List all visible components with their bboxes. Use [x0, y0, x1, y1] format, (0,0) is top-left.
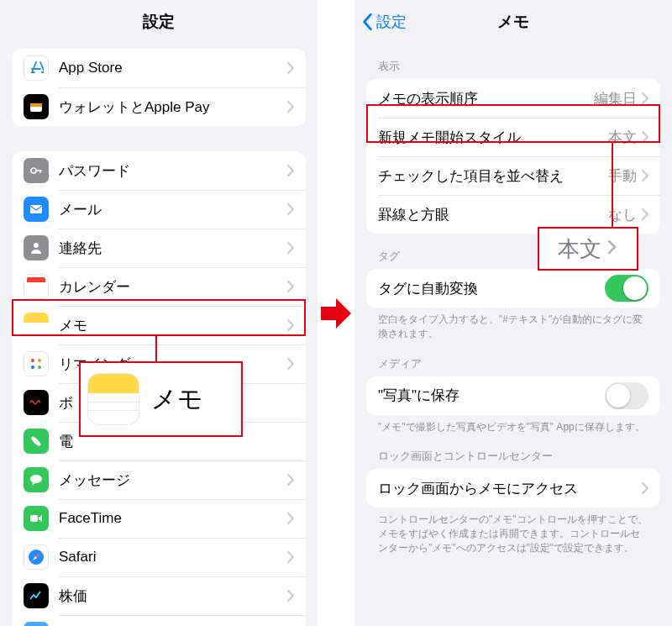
row-label: メール	[59, 200, 287, 219]
group-tags: タグに自動変換	[366, 269, 660, 308]
row-messages[interactable]: メッセージ	[12, 460, 306, 499]
svg-rect-10	[30, 515, 38, 522]
row-label: チェックした項目を並べ替え	[378, 166, 608, 186]
row-safari[interactable]: Safari	[12, 538, 306, 576]
row-label: 株価	[59, 587, 287, 606]
row-wallet[interactable]: ウォレットとApple Pay	[12, 87, 306, 126]
chevron-icon	[642, 482, 648, 494]
notes-icon	[24, 313, 49, 338]
footer-lock: コントロールセンターの"メモ"コントロールを押すことで、メモをすばやく作成または…	[354, 508, 672, 555]
chevron-icon	[642, 92, 648, 104]
row-passwords[interactable]: パスワード	[12, 151, 306, 190]
row-label: メモの表示順序	[378, 89, 594, 108]
svg-point-2	[31, 168, 36, 173]
row-label: "写真"に保存	[378, 386, 605, 405]
wallet-icon	[24, 94, 49, 119]
row-notes[interactable]: メモ	[12, 306, 306, 345]
section-header-display: 表示	[354, 44, 672, 79]
callout-text: 本文	[558, 234, 601, 264]
chevron-icon	[287, 358, 294, 370]
row-label: App Store	[59, 60, 287, 76]
row-new-note-style[interactable]: 新規メモ開始スタイル 本文	[366, 118, 660, 156]
row-label: 連絡先	[59, 239, 287, 258]
row-label: FaceTime	[59, 510, 287, 527]
row-value: 編集日	[594, 89, 637, 108]
notes-settings-screen: 設定 メモ 表示 メモの表示順序 編集日 新規メモ開始スタイル 本文 チェックし…	[354, 0, 672, 626]
svg-point-4	[34, 243, 39, 248]
row-sort-order[interactable]: メモの表示順序 編集日	[366, 79, 660, 118]
contacts-icon	[24, 235, 49, 260]
row-label: タグに自動変換	[378, 279, 605, 298]
row-auto-tag[interactable]: タグに自動変換	[366, 269, 660, 308]
calendar-icon	[24, 274, 49, 299]
chevron-icon	[642, 170, 648, 181]
svg-point-9	[30, 475, 42, 483]
callout-body-style: 本文	[538, 227, 638, 271]
toggle-auto-tag[interactable]	[605, 275, 648, 302]
stocks-icon	[24, 583, 49, 608]
chevron-icon	[642, 131, 648, 143]
svg-rect-3	[30, 205, 42, 213]
safari-icon	[24, 544, 49, 570]
row-label: ロック画面からメモにアクセス	[378, 479, 642, 498]
section-header-media: メディア	[354, 341, 672, 376]
row-label: カレンダー	[59, 277, 287, 297]
chevron-icon	[642, 208, 648, 220]
row-save-photos[interactable]: "写真"に保存	[366, 376, 660, 415]
row-weather[interactable]: 天気	[12, 615, 306, 626]
group-media: "写真"に保存	[366, 376, 660, 415]
chevron-icon	[287, 590, 294, 602]
section-header-lock: ロック画面とコントロールセンター	[354, 434, 672, 469]
footer-tags: 空白をタイプ入力すると、"#テキスト"が自動的にタグに変換されます。	[354, 308, 672, 341]
callout-connector	[612, 141, 613, 229]
phone-icon	[24, 429, 49, 454]
row-stocks[interactable]: 株価	[12, 576, 306, 615]
facetime-icon	[24, 506, 49, 531]
chevron-icon	[287, 513, 294, 524]
chevron-icon	[287, 551, 294, 563]
callout-text: メモ	[151, 382, 203, 417]
header: 設定	[0, 0, 318, 44]
back-button[interactable]: 設定	[361, 0, 407, 44]
row-lock-access[interactable]: ロック画面からメモにアクセス	[366, 469, 660, 508]
svg-rect-1	[30, 103, 42, 107]
chevron-icon	[287, 281, 294, 292]
messages-icon	[24, 467, 49, 492]
callout-connector	[155, 335, 157, 363]
row-label: メモ	[59, 316, 287, 335]
toggle-save-photos[interactable]	[605, 382, 648, 409]
row-sort-checked[interactable]: チェックした項目を並べ替え 手動	[366, 156, 660, 195]
row-label: Safari	[59, 549, 287, 566]
row-facetime[interactable]: FaceTime	[12, 499, 306, 538]
svg-point-8	[38, 366, 41, 369]
row-app-store[interactable]: App Store	[12, 49, 306, 87]
mail-icon	[24, 197, 49, 222]
chevron-icon	[287, 319, 294, 331]
row-label: ウォレットとApple Pay	[59, 97, 287, 117]
arrow-right-icon	[319, 295, 353, 332]
settings-screen: 設定 App Store ウォレットとApple Pay パスワード メール 連…	[0, 0, 318, 626]
chevron-icon	[287, 203, 294, 215]
notes-icon-large	[87, 373, 139, 425]
svg-point-7	[38, 359, 41, 362]
chevron-icon	[287, 242, 294, 254]
row-label: 新規メモ開始スタイル	[378, 128, 608, 147]
row-mail[interactable]: メール	[12, 190, 306, 229]
page-title: メモ	[497, 11, 529, 33]
row-contacts[interactable]: 連絡先	[12, 229, 306, 267]
voice-icon	[24, 390, 49, 415]
row-label: 罫線と方眼	[378, 205, 608, 224]
page-title: 設定	[143, 11, 175, 33]
svg-point-6	[31, 366, 34, 369]
reminders-icon	[24, 351, 49, 376]
header: 設定 メモ	[354, 0, 672, 44]
row-label: メッセージ	[59, 471, 287, 490]
row-calendar[interactable]: カレンダー	[12, 267, 306, 306]
chevron-icon	[287, 101, 294, 113]
group-display: メモの表示順序 編集日 新規メモ開始スタイル 本文 チェックした項目を並べ替え …	[366, 79, 660, 234]
chevron-left-icon	[361, 13, 373, 31]
svg-point-5	[31, 359, 34, 362]
chevron-icon	[287, 62, 294, 74]
key-icon	[24, 158, 49, 183]
arrow-divider	[318, 0, 354, 626]
